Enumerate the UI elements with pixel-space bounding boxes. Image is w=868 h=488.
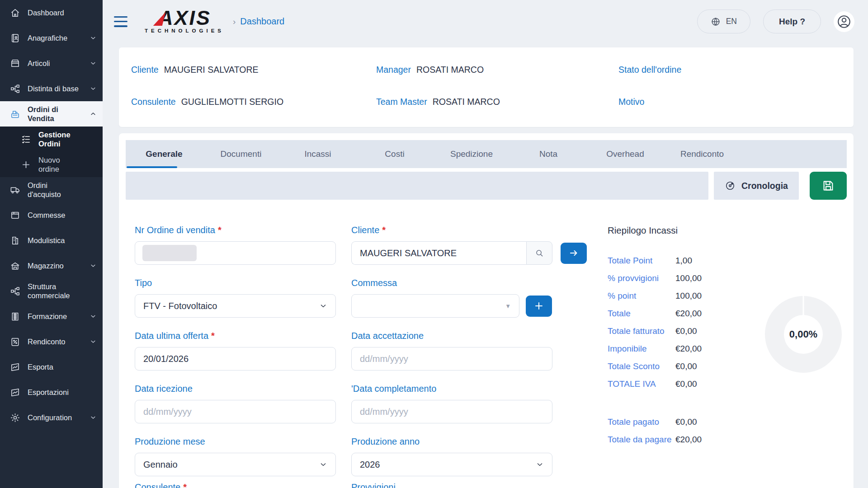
sidebar-item-modulistica[interactable]: Modulistica: [0, 228, 103, 253]
produzione-mese-select[interactable]: Gennaio: [135, 453, 336, 476]
language-label: EN: [726, 17, 737, 26]
field-clipped-left: Consulente*: [135, 482, 336, 488]
tab-documenti[interactable]: Documenti: [203, 140, 279, 168]
header: AXIS TECHNOLOGIES › Dashboard EN Help ?: [103, 0, 868, 43]
sidebar-item-formazione[interactable]: Formazione: [0, 304, 103, 329]
tipo-select[interactable]: FTV - Fotovoltaico: [135, 294, 336, 318]
produzione-mese-value: Gennaio: [143, 460, 178, 470]
sidebar-item-label: Formazione: [28, 312, 82, 321]
help-button[interactable]: Help ?: [763, 9, 821, 33]
save-button[interactable]: [810, 172, 847, 200]
chevron-down-icon: [89, 338, 97, 345]
sidebar-item-label: Configuration: [28, 413, 82, 422]
user-avatar[interactable]: [834, 11, 854, 32]
sidebar-item-label: Esporta: [28, 362, 82, 371]
tab-label: Generale: [146, 149, 182, 159]
sidebar-item-label: Nuovo ordine: [38, 155, 82, 174]
breadcrumb-link[interactable]: Dashboard: [240, 16, 284, 27]
data-completamento-input[interactable]: [351, 400, 552, 423]
sidebar-item-label: Esportazioni: [28, 388, 82, 397]
header-actions: EN Help ?: [697, 9, 854, 33]
produzione-mese-label: Produzione mese: [135, 436, 205, 446]
nodes-icon: [9, 84, 21, 94]
sidebar-item-magazzino[interactable]: Magazzino: [0, 253, 103, 278]
person-icon: [836, 14, 852, 29]
chevron-down-icon: [89, 60, 97, 67]
tipo-label: Tipo: [135, 278, 152, 288]
data-accettazione-input[interactable]: [351, 347, 552, 371]
language-button[interactable]: EN: [697, 9, 750, 33]
commessa-label: Commessa: [351, 278, 397, 288]
summary-row-value: 100,00: [675, 291, 847, 301]
sidebar-item-rendiconto[interactable]: Rendiconto: [0, 329, 103, 354]
form-column-left: Nr Ordine di vendita* Tipo FTV - Fotovol…: [135, 225, 336, 488]
sidebar-item-esporta[interactable]: Esporta: [0, 354, 103, 380]
sidebar-item-struttura-commerciale[interactable]: Struttura commerciale: [0, 278, 103, 304]
summary-row-value: 100,00: [675, 273, 847, 283]
produzione-anno-value: 2026: [360, 460, 380, 470]
summary-row-value: 1,00: [675, 256, 847, 266]
clipped-right-label: Provvigioni: [351, 482, 396, 488]
commessa-select[interactable]: ▼: [351, 294, 519, 318]
sidebar-item-anagrafiche[interactable]: Anagrafiche: [0, 25, 103, 51]
hamburger-menu-icon[interactable]: [114, 16, 127, 27]
plus-icon: [533, 300, 544, 311]
data-completamento-label: 'Data completamento: [351, 384, 436, 394]
sidebar-item-ordini-d-acquisto[interactable]: Ordini d'acquisto: [0, 177, 103, 202]
cliente-input[interactable]: [351, 241, 526, 265]
tab-label: Nota: [539, 149, 557, 159]
breadcrumb[interactable]: › Dashboard: [233, 16, 284, 27]
data-ultima-offerta-input[interactable]: [135, 347, 336, 371]
cliente-go-button[interactable]: [561, 243, 587, 264]
data-ricezione-label: Data ricezione: [135, 384, 193, 394]
sidebar-item-gestione-ordini[interactable]: Gestione Ordini: [0, 127, 103, 152]
toolbar: Cronologia: [126, 172, 847, 200]
sidebar-item-esportazioni[interactable]: Esportazioni: [0, 380, 103, 405]
dropdown-triangle-icon: ▼: [505, 303, 511, 310]
address-book-icon: [9, 33, 21, 43]
breadcrumb-chevron-icon: ›: [233, 17, 236, 27]
tab-nota[interactable]: Nota: [510, 140, 587, 168]
commessa-add-button[interactable]: [526, 296, 552, 317]
produzione-anno-select[interactable]: 2026: [351, 453, 552, 476]
tab-incassi[interactable]: Incassi: [279, 140, 356, 168]
nr-ordine-input[interactable]: [135, 241, 336, 265]
tab-rendiconto[interactable]: Rendiconto: [664, 140, 741, 168]
sidebar-item-ordini-di-vendita[interactable]: Ordini di Vendita: [0, 101, 103, 127]
tab-bar: Generale Documenti Incassi Costi: [126, 140, 847, 168]
info-field-label: Team Master: [376, 97, 427, 107]
nodes-icon: [9, 286, 21, 296]
info-field-motivo: Motivo: [618, 97, 849, 107]
sidebar-item-label: Anagrafiche: [28, 33, 82, 42]
info-field-team-master: Team MasterROSATI MARCO: [376, 97, 618, 107]
summary-row-label: % provvigioni: [608, 273, 675, 283]
sidebar-item-commesse[interactable]: Commesse: [0, 202, 103, 228]
field-commessa: Commessa ▼: [351, 278, 587, 318]
cliente-search-button[interactable]: [526, 241, 552, 265]
tab-spedizione[interactable]: Spedizione: [433, 140, 510, 168]
summary-row-label: Imponibile: [608, 344, 675, 354]
sidebar-item-dashboard[interactable]: Dashboard: [0, 0, 103, 25]
sales-register-icon: [9, 109, 21, 119]
data-ricezione-input[interactable]: [135, 400, 336, 423]
cronologia-button[interactable]: Cronologia: [714, 172, 799, 200]
form-doc-icon: [9, 235, 21, 246]
sidebar-item-articoli[interactable]: Articoli: [0, 51, 103, 76]
sidebar-item-nuovo-ordine[interactable]: Nuovo ordine: [0, 152, 103, 177]
tab-label: Rendiconto: [680, 149, 724, 159]
tab-generale[interactable]: Generale: [126, 140, 203, 168]
chevron-down-icon: [319, 302, 327, 310]
tab-costi[interactable]: Costi: [356, 140, 433, 168]
sidebar-item-configuration[interactable]: Configuration: [0, 405, 103, 430]
sidebar-item-label: Modulistica: [28, 236, 82, 245]
sidebar-item-distinta-di-base[interactable]: Distinta di base: [0, 76, 103, 101]
chart-icon: [9, 387, 21, 398]
tab-label: Spedizione: [450, 149, 493, 159]
summary-row-label: Totale da pagare: [608, 435, 675, 445]
field-tipo: Tipo FTV - Fotovoltaico: [135, 278, 336, 318]
field-data-accettazione: Data accettazione: [351, 331, 587, 371]
field-clipped-right: Provvigioni: [351, 482, 587, 488]
field-cliente: Cliente*: [351, 225, 587, 265]
required-mark: *: [218, 225, 222, 235]
tab-overhead[interactable]: Overhead: [587, 140, 664, 168]
